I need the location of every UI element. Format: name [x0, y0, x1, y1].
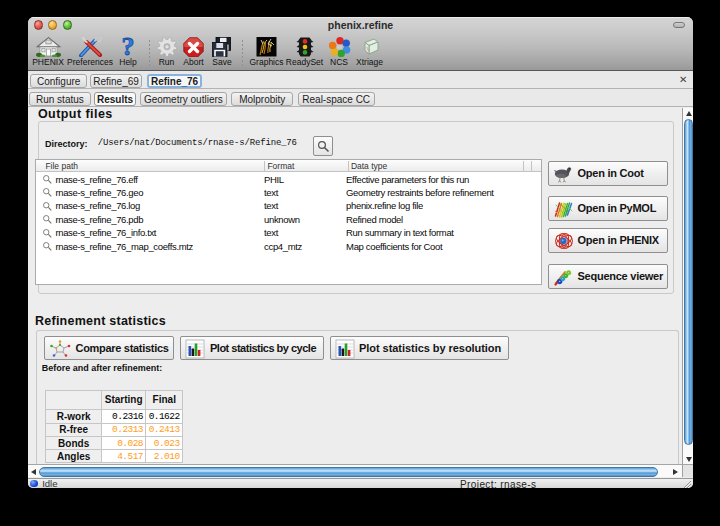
svg-text:?: ? — [122, 37, 135, 57]
